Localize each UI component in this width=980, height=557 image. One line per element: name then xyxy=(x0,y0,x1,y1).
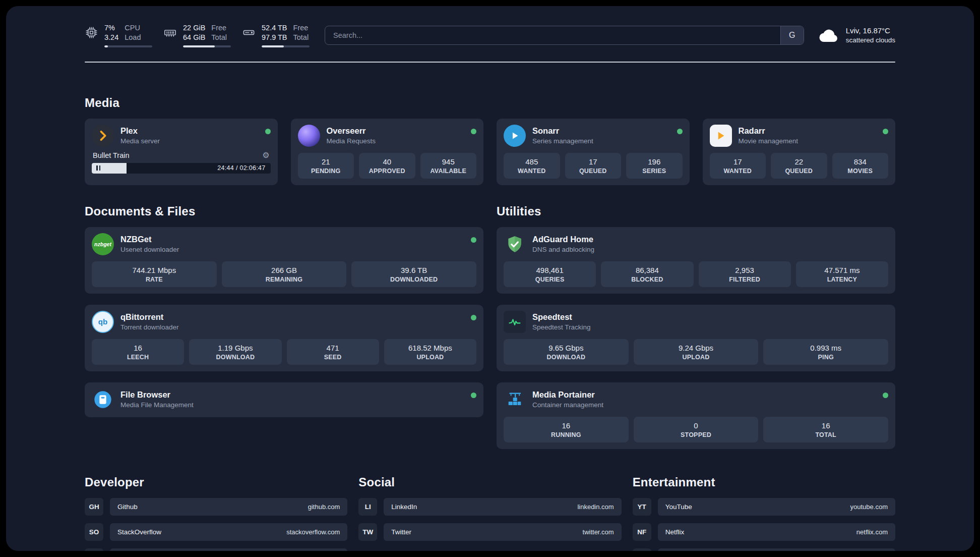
weather-location: Lviv, 16.87°C xyxy=(846,26,895,36)
app-name: File Browser xyxy=(120,390,464,400)
app-name: qBittorrent xyxy=(120,312,464,322)
status-online-dot xyxy=(883,129,888,134)
stat-queued: 22 QUEUED xyxy=(771,153,827,179)
playback-time: 24:44 / 02:06:47 xyxy=(217,164,265,172)
utilities-section-title: Utilities xyxy=(497,204,895,218)
stat-series: 196 SERIES xyxy=(626,153,683,179)
social-section-title: Social xyxy=(358,475,621,489)
weather-condition: scattered clouds xyxy=(846,36,895,45)
app-card-speedtest[interactable]: Speedtest Speedtest Tracking 9.65 Gbps D… xyxy=(497,305,895,371)
entertainment-section-title: Entertainment xyxy=(633,475,895,489)
stat-stopped: 0 STOPPED xyxy=(634,417,759,442)
dashboard-panel: 7% 3.24 CPU Load xyxy=(6,6,974,551)
search-engine-button[interactable]: G xyxy=(780,26,804,44)
section-documents: Documents & Files nzbget NZBGet Usenet d… xyxy=(85,204,483,449)
section-utilities: Utilities xyxy=(497,204,895,449)
stat-total: 16 TOTAL xyxy=(763,417,888,442)
stat-downloaded: 39.6 TB DOWNLOADED xyxy=(351,261,476,287)
speedtest-icon xyxy=(504,311,526,333)
app-card-filebrowser[interactable]: File Browser Media File Management xyxy=(85,382,483,417)
app-card-sonarr[interactable]: Sonarr Series management 485 WANTED 17 Q… xyxy=(497,119,690,185)
cpu-load-label: Load xyxy=(125,33,141,42)
link-stackoverflow[interactable]: SO StackOverflow stackoverflow.com xyxy=(85,523,347,541)
link-linkedin[interactable]: LI LinkedIn linkedin.com xyxy=(358,498,621,516)
link-netflix[interactable]: NF Netflix netflix.com xyxy=(633,523,895,541)
ram-widget: 22 GiB 64 GiB Free Total xyxy=(163,23,231,47)
status-online-dot xyxy=(471,393,476,398)
qbittorrent-icon: qb xyxy=(92,311,114,333)
app-name: Media Portainer xyxy=(532,390,876,400)
search-bar: G xyxy=(325,26,804,45)
disk-free-label: Free xyxy=(293,23,309,33)
plex-icon xyxy=(92,125,114,147)
app-subtitle: Container management xyxy=(532,401,876,409)
app-subtitle: Usenet downloader xyxy=(120,246,464,253)
app-subtitle: Speedtest Tracking xyxy=(532,323,888,331)
stat-running: 16 RUNNING xyxy=(504,417,629,442)
link-github[interactable]: GH Github github.com xyxy=(85,498,347,516)
stat-wanted: 17 WANTED xyxy=(710,153,766,179)
twitter-icon: TW xyxy=(358,523,377,541)
cpu-widget: 7% 3.24 CPU Load xyxy=(85,23,152,47)
stat-available: 945 AVAILABLE xyxy=(420,153,477,179)
stat-download: 9.65 Gbps DOWNLOAD xyxy=(504,339,629,365)
stackoverflow-icon: SO xyxy=(85,523,103,541)
app-subtitle: Movie management xyxy=(739,137,877,145)
search-input[interactable] xyxy=(325,26,780,44)
app-subtitle: DNS and adblocking xyxy=(532,246,888,253)
app-name: NZBGet xyxy=(120,235,464,244)
app-card-radarr[interactable]: Radarr Movie management 17 WANTED 22 QUE… xyxy=(703,119,896,185)
status-online-dot xyxy=(471,129,476,134)
status-online-dot xyxy=(265,129,271,134)
app-card-nzbget[interactable]: nzbget NZBGet Usenet downloader 744.21 M… xyxy=(85,227,483,294)
section-entertainment: Entertainment YT YouTube youtube.com NF … xyxy=(633,475,895,551)
now-playing-title: Bullet Train xyxy=(93,151,130,159)
app-subtitle: Media Requests xyxy=(327,137,465,145)
media-section-title: Media xyxy=(85,96,895,110)
linkedin-icon: LI xyxy=(358,498,377,516)
link-dev[interactable]: DT DEV dev.to xyxy=(85,548,347,551)
app-card-qbittorrent[interactable]: qb qBittorrent Torrent downloader 16 xyxy=(85,305,483,371)
stat-upload: 9.24 Gbps UPLOAD xyxy=(634,339,759,365)
filebrowser-icon xyxy=(92,388,114,411)
link-reddit[interactable]: RE Reddit reddit.com xyxy=(633,548,895,551)
portainer-icon xyxy=(504,388,526,411)
app-name: Overseerr xyxy=(327,126,465,136)
section-social: Social LI LinkedIn linkedin.com TW Twitt… xyxy=(358,475,621,541)
stat-leech: 16 LEECH xyxy=(92,339,184,365)
app-card-adguard[interactable]: AdGuard Home DNS and adblocking 498,461 … xyxy=(497,227,895,294)
status-online-dot xyxy=(677,129,683,134)
dev-icon: DT xyxy=(85,548,103,551)
nzbget-icon: nzbget xyxy=(92,233,114,255)
documents-section-title: Documents & Files xyxy=(85,204,483,218)
link-youtube[interactable]: YT YouTube youtube.com xyxy=(633,498,895,516)
developer-section-title: Developer xyxy=(85,475,347,489)
system-resources: 7% 3.24 CPU Load xyxy=(85,23,310,47)
playback-progress-bar[interactable]: 24:44 / 02:06:47 xyxy=(92,163,271,174)
overseerr-icon xyxy=(298,125,320,147)
app-card-overseerr[interactable]: Overseerr Media Requests 21 PENDING 40 A… xyxy=(291,119,484,185)
stat-wanted: 485 WANTED xyxy=(504,153,560,179)
pause-icon[interactable] xyxy=(96,165,100,171)
cpu-load-value: 3.24 xyxy=(104,33,118,42)
radarr-icon xyxy=(710,125,732,147)
app-name: AdGuard Home xyxy=(532,235,888,244)
ram-free-value: 22 GiB xyxy=(183,23,205,33)
app-name: Sonarr xyxy=(532,126,670,136)
app-subtitle: Media File Management xyxy=(120,401,464,409)
app-card-portainer[interactable]: Media Portainer Container management 16 … xyxy=(497,382,895,449)
app-card-plex[interactable]: Plex Media server Bullet Train ⚙ 24:44 /… xyxy=(85,119,278,185)
link-twitter[interactable]: TW Twitter twitter.com xyxy=(358,523,621,541)
stat-filtered: 2,953 FILTERED xyxy=(699,261,791,287)
disk-total-label: Total xyxy=(293,33,309,42)
ram-total-value: 64 GiB xyxy=(183,33,205,42)
disk-progress-bar xyxy=(262,45,310,47)
gear-icon[interactable]: ⚙ xyxy=(262,151,269,159)
app-subtitle: Torrent downloader xyxy=(120,323,464,331)
section-media: Media Plex Media server xyxy=(85,96,895,185)
github-icon: GH xyxy=(85,498,103,516)
cpu-progress-bar xyxy=(104,45,152,47)
status-online-dot xyxy=(471,237,476,243)
reddit-icon: RE xyxy=(633,548,651,551)
cpu-icon xyxy=(85,26,98,39)
